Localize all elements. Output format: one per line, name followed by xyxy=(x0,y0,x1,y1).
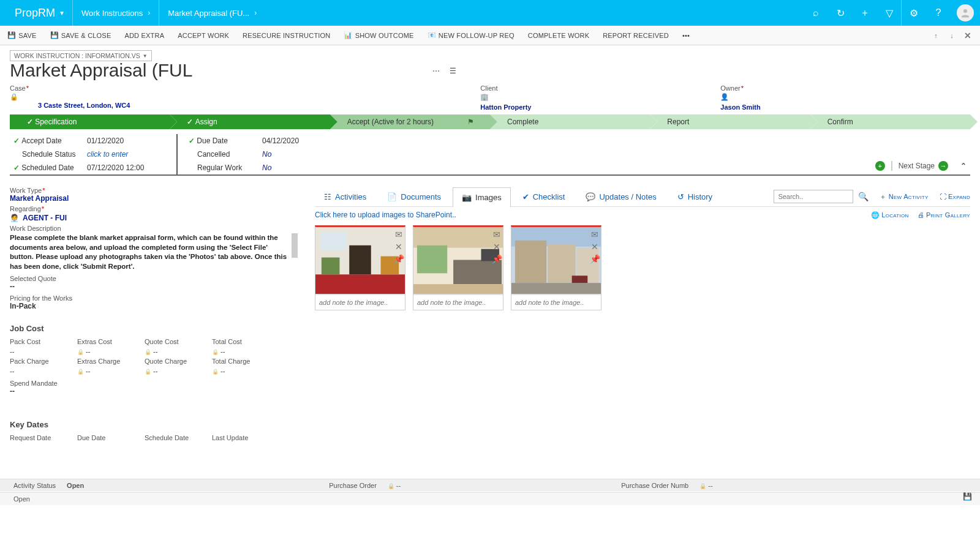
pin-icon[interactable]: 📌 xyxy=(590,254,600,264)
save-and-close-button[interactable]: 💾SAVE & CLOSE xyxy=(50,31,111,39)
show-outcome-button[interactable]: 📊SHOW OUTCOME xyxy=(344,31,413,39)
workdesc-value[interactable]: Please complete the blank market apprais… xyxy=(10,233,298,271)
tab-checklist[interactable]: ✔Checklist xyxy=(513,187,575,206)
add-stage-icon[interactable]: + xyxy=(875,161,885,171)
worktype-label: Work Type* xyxy=(10,187,298,194)
breadcrumb-current[interactable]: Market Appraisal (FU... › xyxy=(159,0,265,26)
upload-images-link[interactable]: Click here to upload images to SharePoin… xyxy=(315,211,456,219)
collapse-stage-icon[interactable]: ⌃ xyxy=(960,162,967,170)
expand-button[interactable]: ⛶Expand xyxy=(940,193,970,200)
building-icon: 🏢 xyxy=(480,93,720,101)
stage-specification[interactable]: Specification xyxy=(10,114,170,129)
complete-work-button[interactable]: COMPLETE WORK xyxy=(528,32,589,39)
resecure-instruction-button[interactable]: RESECURE INSTRUCTION xyxy=(243,32,330,39)
cost-value: -- xyxy=(212,348,279,355)
image-card[interactable]: ✉ ✕ 📌 xyxy=(315,225,405,310)
tab-documents[interactable]: 📄Documents xyxy=(378,187,450,206)
image-note-input[interactable] xyxy=(315,294,405,310)
close-icon[interactable]: ✕ xyxy=(963,31,973,40)
scrollbar[interactable] xyxy=(292,233,298,258)
spend-mandate-value[interactable]: -- xyxy=(10,387,298,395)
image-thumbnail[interactable] xyxy=(511,227,601,294)
accept-date-value[interactable]: 01/12/2020 xyxy=(87,137,124,145)
pin-icon[interactable]: 📌 xyxy=(492,254,502,264)
schedule-status-value[interactable]: click to enter xyxy=(87,150,128,159)
recent-icon[interactable]: ↻ xyxy=(828,0,853,26)
image-gallery: ✉ ✕ 📌 ✉ ✕ 📌 xyxy=(315,225,970,310)
owner-label: Owner* xyxy=(720,84,980,92)
settings-icon[interactable]: ⚙ xyxy=(902,0,926,26)
more-header-icon[interactable]: ⋯ xyxy=(432,67,440,75)
regarding-value[interactable]: AGENT - FUI xyxy=(23,214,67,222)
schedule-status-label: Schedule Status xyxy=(13,150,87,159)
regular-work-value[interactable]: No xyxy=(262,163,271,172)
stage-accept[interactable]: Accept (Active for 2 hours)⚑ xyxy=(330,114,490,129)
accept-work-button[interactable]: ACCEPT WORK xyxy=(178,32,229,39)
close-icon[interactable]: ✕ xyxy=(492,242,502,252)
app-switcher[interactable]: PropRM ▾ xyxy=(0,0,73,26)
mail-icon[interactable]: ✉ xyxy=(590,230,600,239)
print-gallery-button[interactable]: 🖨Print Gallery xyxy=(918,211,970,219)
activity-search-input[interactable] xyxy=(774,190,853,203)
user-avatar[interactable] xyxy=(957,4,974,21)
close-icon[interactable]: ✕ xyxy=(394,242,404,252)
owner-link[interactable]: Jason Smith xyxy=(720,103,980,111)
scheduled-date-value[interactable]: 07/12/2020 12:00 xyxy=(87,163,144,172)
image-thumbnail[interactable] xyxy=(315,227,405,294)
breadcrumb-work-instructions[interactable]: Work Instructions › xyxy=(73,0,159,26)
client-link[interactable]: Hatton Property xyxy=(480,103,720,111)
mail-icon[interactable]: ✉ xyxy=(492,230,502,239)
svg-rect-6 xyxy=(320,232,347,250)
stage-confirm[interactable]: Confirm xyxy=(810,114,970,129)
add-extra-button[interactable]: ADD EXTRA xyxy=(124,32,164,39)
nav-down-icon[interactable]: ↓ xyxy=(947,31,957,40)
image-card[interactable]: ✉ ✕ 📌 xyxy=(511,225,601,310)
mail-icon[interactable]: ✉ xyxy=(394,230,404,239)
cancelled-label: Cancelled xyxy=(189,150,262,159)
next-stage-button[interactable]: Next Stage→ xyxy=(891,161,948,171)
search-icon[interactable]: 🔍 xyxy=(858,192,869,201)
command-bar: 💾SAVE 💾SAVE & CLOSE ADD EXTRA ACCEPT WOR… xyxy=(0,26,980,45)
nav-up-icon[interactable]: ↑ xyxy=(931,31,941,40)
selected-quote-value[interactable]: -- xyxy=(10,282,298,291)
report-received-button[interactable]: REPORT RECEIVED xyxy=(603,32,669,39)
save-button[interactable]: 💾SAVE xyxy=(7,31,37,39)
help-icon[interactable]: ? xyxy=(926,0,951,26)
filter-icon[interactable]: ▽ xyxy=(877,0,902,26)
image-note-input[interactable] xyxy=(413,294,503,310)
tab-images[interactable]: 📷Images xyxy=(453,187,511,207)
close-icon[interactable]: ✕ xyxy=(590,242,600,252)
chevron-down-icon: ▼ xyxy=(143,53,148,59)
tab-activities[interactable]: ☷Activities xyxy=(315,187,375,206)
tab-updates[interactable]: 💬Updates / Notes xyxy=(576,187,665,206)
new-activity-button[interactable]: ＋New Activity xyxy=(880,192,928,201)
worktype-value[interactable]: Market Appraisal xyxy=(10,194,298,203)
more-commands-button[interactable]: ••• xyxy=(682,32,690,39)
stage-complete[interactable]: Complete xyxy=(490,114,650,129)
image-card[interactable]: ✉ ✕ 📌 xyxy=(413,225,503,310)
new-icon[interactable]: ＋ xyxy=(853,0,877,26)
due-date-value[interactable]: 04/12/2020 xyxy=(262,137,299,145)
image-note-input[interactable] xyxy=(511,294,601,310)
search-icon[interactable]: ⌕ xyxy=(804,0,828,26)
stage-assign[interactable]: Assign xyxy=(170,114,330,129)
pin-icon[interactable]: 📌 xyxy=(394,254,404,264)
cancelled-value[interactable]: No xyxy=(262,150,271,159)
history-icon: ↺ xyxy=(677,192,684,201)
due-date-label: Due Date xyxy=(189,137,262,145)
cost-value: -- xyxy=(77,348,145,355)
location-button[interactable]: 🌐Location xyxy=(871,211,909,219)
stage-report[interactable]: Report xyxy=(650,114,810,129)
new-followup-button[interactable]: 📧NEW FOLLOW-UP REQ xyxy=(428,31,514,39)
svg-rect-15 xyxy=(515,241,546,283)
tab-history[interactable]: ↺History xyxy=(668,187,722,206)
cost-grid: Pack Cost Extras Cost Quote Cost Total C… xyxy=(10,338,298,375)
cost-label: Total Charge xyxy=(212,358,279,365)
outcome-icon: 📊 xyxy=(344,31,352,39)
cost-value: -- xyxy=(10,348,77,355)
pricing-value[interactable]: In-Pack xyxy=(10,302,298,310)
case-link[interactable]: 3 Caste Street, London, WC4 xyxy=(38,102,130,109)
image-thumbnail[interactable] xyxy=(413,227,503,294)
activity-pane: ☷Activities 📄Documents 📷Images ✔Checklis… xyxy=(315,187,970,441)
list-icon[interactable]: ☰ xyxy=(450,67,456,75)
